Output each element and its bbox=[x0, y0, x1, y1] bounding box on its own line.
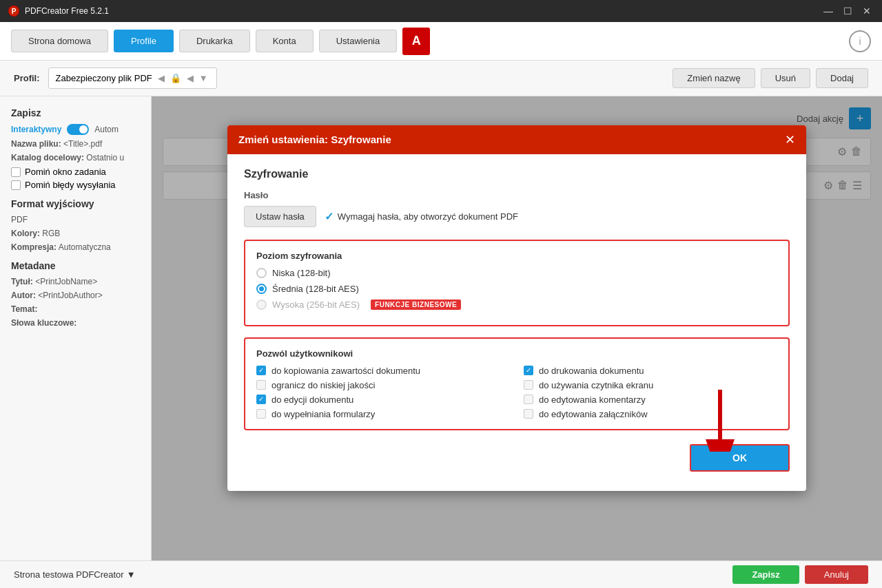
compression-label: Kompresja: bbox=[11, 242, 57, 252]
modal-header: Zmień ustawienia: Szyfrowanie ✕ bbox=[227, 125, 806, 154]
encryption-level-box: Poziom szyfrowania Niska (128-bit) Średn… bbox=[244, 240, 790, 326]
main-area: Zapisz Interaktywny Autom Nazwa pliku: <… bbox=[0, 96, 882, 560]
perm-edit-attachments-check[interactable] bbox=[524, 409, 533, 419]
filename-row: Nazwa pliku: <Title>.pdf bbox=[11, 139, 140, 149]
svg-text:P: P bbox=[12, 8, 17, 15]
nav-drukarka[interactable]: Drukarka bbox=[179, 30, 250, 52]
nav-profile[interactable]: Profile bbox=[114, 30, 174, 52]
business-badge: FUNKCJE BIZNESOWE bbox=[371, 300, 461, 310]
auto-label: Autom bbox=[94, 125, 119, 134]
profile-back-icon[interactable]: ◀ bbox=[156, 72, 166, 85]
navbar-right: i bbox=[849, 30, 871, 52]
minimize-btn[interactable]: — bbox=[821, 6, 835, 17]
perm-box-title: Pozwól użytkownikowi bbox=[256, 348, 777, 359]
enc-high-label: Wysoka (256-bit AES) bbox=[272, 300, 360, 310]
password-row: Ustaw hasła ✓ Wymagaj hasła, aby otworzy… bbox=[244, 206, 790, 227]
enc-box-title: Poziom szyfrowania bbox=[256, 251, 777, 261]
profile-lock-icon: 🔒 bbox=[169, 72, 183, 85]
perm-edit-check[interactable] bbox=[256, 395, 266, 404]
interactive-toggle[interactable] bbox=[67, 124, 89, 135]
maximize-btn[interactable]: ☐ bbox=[841, 6, 854, 17]
left-panel: Zapisz Interaktywny Autom Nazwa pliku: <… bbox=[0, 96, 152, 560]
colors-value: RGB bbox=[42, 229, 60, 238]
add-profile-btn[interactable]: Dodaj bbox=[816, 68, 868, 88]
enc-medium-row: Średnia (128-bit AES) bbox=[256, 284, 777, 294]
perm-screen-reader-row: do używania czytnika ekranu bbox=[524, 380, 777, 390]
perm-print-row: do drukowania dokumentu bbox=[524, 366, 777, 376]
skip-task-row[interactable]: Pomiń okno zadania bbox=[11, 167, 140, 177]
test-page-select[interactable]: Strona testowa PDFCreator ▼ bbox=[14, 569, 136, 580]
enc-low-radio[interactable] bbox=[256, 268, 267, 278]
perm-screen-reader-check[interactable] bbox=[524, 380, 533, 390]
profile-dropdown[interactable]: Zabezpieczony plik PDF ◀ 🔒 ◀ ▼ bbox=[48, 67, 217, 89]
meta-subject-row: Temat: bbox=[11, 304, 140, 314]
profile-label: Profil: bbox=[14, 73, 40, 83]
require-label: Wymagaj hasła, aby otworzyć dokument PDF bbox=[338, 211, 518, 222]
perm-copy-label: do kopiowania zawartości dokumentu bbox=[271, 366, 420, 376]
app-title: PDFCreator Free 5.2.1 bbox=[25, 6, 109, 16]
cancel-btn[interactable]: Anuluj bbox=[805, 565, 868, 584]
password-group: Hasło Ustaw hasła ✓ Wymagaj hasła, aby o… bbox=[244, 190, 790, 227]
meta-title-value: <PrintJobName> bbox=[35, 277, 97, 286]
filename-value: <Title>.pdf bbox=[63, 139, 102, 149]
meta-keywords-label: Słowa kluczowe: bbox=[11, 318, 76, 328]
skip-errors-row[interactable]: Pomiń błędy wysyłania bbox=[11, 180, 140, 190]
skip-task-check[interactable] bbox=[11, 167, 21, 177]
enc-low-label: Niska (128-bit) bbox=[272, 268, 331, 278]
rename-btn[interactable]: Zmień nazwę bbox=[673, 68, 755, 88]
arrow-annotation bbox=[693, 390, 748, 454]
titlebar-controls: — ☐ ✕ bbox=[821, 6, 874, 17]
modal-close-btn[interactable]: ✕ bbox=[785, 134, 795, 146]
modal-section-title: Szyfrowanie bbox=[244, 168, 790, 180]
enc-medium-radio[interactable] bbox=[256, 284, 267, 294]
navbar: Strona domowa Profile Drukarka Konta Ust… bbox=[0, 22, 882, 61]
catalog-value: Ostatnio u bbox=[86, 153, 124, 162]
perm-screen-reader-label: do używania czytnika ekranu bbox=[539, 380, 653, 390]
meta-title-row: Tytuł: <PrintJobName> bbox=[11, 277, 140, 286]
nav-strona-domowa[interactable]: Strona domowa bbox=[11, 30, 108, 52]
delete-btn[interactable]: Usuń bbox=[761, 68, 810, 88]
app-logo: P bbox=[8, 6, 19, 17]
perm-copy-check[interactable] bbox=[256, 366, 266, 375]
perm-edit-row: do edycji dokumentu bbox=[256, 395, 510, 405]
compression-value: Automatyczna bbox=[59, 242, 111, 252]
require-password-row: ✓ Wymagaj hasła, aby otworzyć dokument P… bbox=[325, 210, 518, 223]
bottom-left: Strona testowa PDFCreator ▼ bbox=[14, 569, 136, 580]
compression-row: Kompresja: Automatyczna bbox=[11, 242, 140, 252]
enc-low-row: Niska (128-bit) bbox=[256, 268, 777, 278]
skip-task-label: Pomiń okno zadania bbox=[25, 167, 106, 177]
nav-ustawienia[interactable]: Ustawienia bbox=[319, 30, 398, 52]
close-btn[interactable]: ✕ bbox=[860, 6, 874, 17]
perm-fill-forms-check[interactable] bbox=[256, 409, 266, 419]
interactive-toggle-row: Interaktywny Autom bbox=[11, 124, 140, 135]
navbar-left: Strona domowa Profile Drukarka Konta Ust… bbox=[11, 28, 430, 55]
meta-author-value: <PrintJobAuthor> bbox=[38, 291, 102, 300]
profilebar: Profil: Zabezpieczony plik PDF ◀ 🔒 ◀ ▼ Z… bbox=[0, 61, 882, 96]
perm-print-check[interactable] bbox=[524, 366, 533, 375]
nav-konta[interactable]: Konta bbox=[256, 30, 314, 52]
perm-low-quality-check[interactable] bbox=[256, 380, 266, 390]
filename-label: Nazwa pliku: bbox=[11, 139, 61, 149]
colors-label: Kolory: bbox=[11, 229, 40, 238]
titlebar-left: P PDFCreator Free 5.2.1 bbox=[8, 6, 109, 17]
perm-fill-forms-row: do wypełniania formularzy bbox=[256, 409, 510, 419]
set-password-btn[interactable]: Ustaw hasła bbox=[244, 206, 316, 227]
format-title: Format wyjściowy bbox=[11, 198, 140, 209]
bottom-bar: Strona testowa PDFCreator ▼ Zapisz Anulu… bbox=[0, 560, 882, 588]
perm-edit-comments-check[interactable] bbox=[524, 395, 533, 404]
meta-author-label: Autor: bbox=[11, 291, 36, 300]
skip-errors-check[interactable] bbox=[11, 180, 21, 190]
save-btn[interactable]: Zapisz bbox=[732, 565, 799, 584]
bottom-right: Zapisz Anuluj bbox=[732, 565, 868, 584]
zapisz-title: Zapisz bbox=[11, 107, 140, 118]
meta-keywords-row: Słowa kluczowe: bbox=[11, 318, 140, 328]
test-page-label: Strona testowa PDFCreator bbox=[14, 569, 124, 580]
password-label: Hasło bbox=[244, 190, 790, 200]
profile-share-icon[interactable]: ◀ bbox=[185, 72, 195, 85]
info-icon[interactable]: i bbox=[849, 30, 871, 52]
font-icon-btn[interactable]: A bbox=[402, 28, 430, 55]
profile-chevron-icon[interactable]: ▼ bbox=[198, 72, 209, 85]
profile-actions: Zmień nazwę Usuń Dodaj bbox=[673, 68, 868, 88]
format-value-row: PDF bbox=[11, 215, 140, 224]
metadata-title: Metadane bbox=[11, 260, 140, 271]
